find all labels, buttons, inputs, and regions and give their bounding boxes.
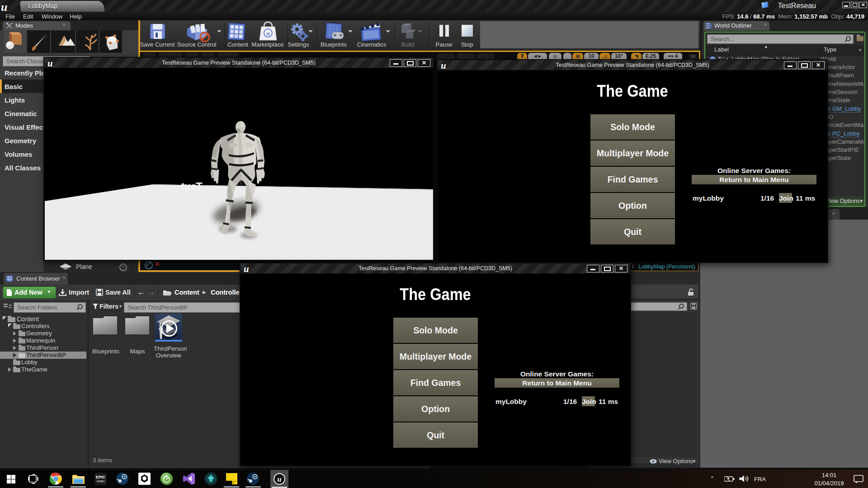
svg-text:EPIC: EPIC <box>96 475 106 479</box>
svg-text:u: u <box>277 475 281 483</box>
svg-text:GAMES: GAMES <box>96 480 105 483</box>
svg-text:Text: Text <box>181 180 203 192</box>
svg-text:u: u <box>266 30 269 37</box>
